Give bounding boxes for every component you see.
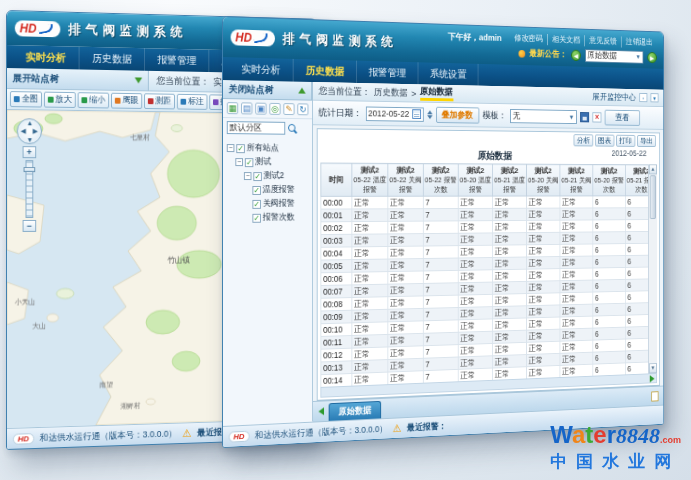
layers-icon[interactable]: ▤ bbox=[241, 102, 252, 114]
checkbox-checked-icon[interactable]: ✓ bbox=[252, 213, 260, 222]
menu-item-报警管理[interactable]: 报警管理 bbox=[357, 61, 419, 85]
menu-item-报警管理[interactable]: 报警管理 bbox=[145, 48, 209, 72]
value-cell: 正常 bbox=[388, 296, 423, 309]
zoom-slider[interactable] bbox=[26, 160, 34, 218]
view-button[interactable]: 查看 bbox=[605, 109, 640, 125]
date-stepper[interactable] bbox=[427, 110, 432, 119]
map-tool-缩小[interactable]: 缩小 bbox=[78, 92, 109, 108]
collapse-icon[interactable]: − bbox=[244, 172, 252, 180]
tree-node-label: 关阀报警 bbox=[263, 198, 295, 210]
top-link-修改密码[interactable]: 修改密码 bbox=[510, 33, 548, 45]
top-link-意见反馈[interactable]: 意见反馈 bbox=[585, 35, 622, 47]
column-header[interactable]: 测试205-20 报警次数 bbox=[593, 164, 625, 195]
tree-node-所有站点[interactable]: −✓所有站点 bbox=[225, 141, 310, 156]
scroll-down-icon[interactable]: ▼ bbox=[649, 363, 657, 373]
zoom-in-button[interactable]: + bbox=[23, 146, 37, 158]
date-label: 统计日期： bbox=[319, 106, 362, 119]
map-tool-测距[interactable]: 测距 bbox=[144, 93, 175, 109]
tree-node-温度报警[interactable]: ✓温度报警 bbox=[225, 183, 310, 197]
checkbox-checked-icon[interactable]: ✓ bbox=[245, 158, 254, 167]
vertical-scrollbar[interactable]: ▲ ▼ bbox=[648, 164, 657, 373]
time-cell: 00:05 bbox=[321, 260, 352, 273]
scrollbar-thumb[interactable] bbox=[650, 175, 656, 219]
search-icon[interactable] bbox=[288, 123, 297, 133]
map-tool-放大[interactable]: 放大 bbox=[44, 92, 76, 108]
column-header[interactable]: 测试205-22 温度报警 bbox=[352, 163, 388, 196]
tab-scroll-left-icon[interactable] bbox=[319, 407, 325, 415]
map-tool-icon bbox=[81, 97, 87, 103]
menu-item-历史数据[interactable]: 历史数据 bbox=[80, 47, 145, 71]
checkbox-checked-icon[interactable]: ✓ bbox=[252, 199, 260, 208]
column-header[interactable]: 测试205-21 关阀报警 bbox=[560, 164, 593, 196]
page-next-button[interactable]: ▶ bbox=[647, 52, 657, 63]
time-cell: 00:07 bbox=[321, 285, 352, 298]
monitor-center-toggle[interactable]: 展开监控中心 ▫ ▾ bbox=[592, 91, 658, 104]
overlay-params-button[interactable]: 叠加参数 bbox=[436, 106, 479, 123]
checkbox-checked-icon[interactable]: ✓ bbox=[236, 144, 245, 153]
partition-search-input[interactable] bbox=[227, 121, 285, 135]
locate-icon[interactable]: ◎ bbox=[269, 103, 280, 115]
checkbox-checked-icon[interactable]: ✓ bbox=[253, 172, 261, 181]
page-select[interactable]: 原始数据 ▼ bbox=[585, 49, 643, 64]
export-导出-button[interactable]: 导出 bbox=[637, 135, 656, 147]
save-template-icon[interactable] bbox=[580, 112, 589, 122]
breadcrumb-section[interactable]: 历史数据 bbox=[374, 86, 408, 99]
pan-left-icon[interactable]: ◀ bbox=[21, 127, 26, 135]
menu-item-实时分析[interactable]: 实时分析 bbox=[13, 45, 80, 69]
column-header[interactable]: 测试205-22 报警次数 bbox=[423, 164, 458, 197]
checkbox-checked-icon[interactable]: ✓ bbox=[252, 186, 260, 195]
top-link-相关文档[interactable]: 相关文档 bbox=[548, 34, 585, 46]
water8848-watermark: Water8848.com 中国水业网 bbox=[550, 423, 681, 472]
calendar-icon[interactable] bbox=[412, 109, 421, 119]
map-pan-pad[interactable]: ▲ ▼ ◀ ▶ bbox=[17, 118, 42, 144]
top-link-注销退出[interactable]: 注销退出 bbox=[622, 37, 657, 49]
tree-node-关阀报警[interactable]: ✓关阀报警 bbox=[225, 197, 310, 211]
menu-item-历史数据[interactable]: 历史数据 bbox=[294, 59, 357, 83]
pan-down-icon[interactable]: ▼ bbox=[26, 136, 33, 143]
edit-icon[interactable]: ✎ bbox=[283, 103, 294, 115]
value-cell: 正常 bbox=[560, 256, 593, 269]
refresh-icon[interactable]: ↻ bbox=[297, 103, 308, 115]
date-picker[interactable]: 2012-05-22 bbox=[365, 106, 423, 121]
map-tool-icon bbox=[14, 96, 20, 102]
site-tree-toggle[interactable]: 展开站点树 bbox=[7, 68, 149, 90]
map-tool-全图[interactable]: 全图 bbox=[10, 91, 42, 107]
menu-item-实时分析[interactable]: 实时分析 bbox=[229, 57, 294, 81]
new-tab-icon[interactable] bbox=[651, 391, 658, 401]
map-tool-鹰眼[interactable]: 鹰眼 bbox=[111, 93, 142, 109]
column-header[interactable]: 时间 bbox=[321, 163, 352, 196]
collapse-icon[interactable]: − bbox=[227, 144, 235, 152]
value-cell: 正常 bbox=[560, 280, 593, 293]
column-header[interactable]: 测试205-20 关阀报警 bbox=[527, 164, 560, 196]
menu-item-系统设置[interactable]: 系统设置 bbox=[418, 62, 478, 85]
pin-icon[interactable]: ▫ bbox=[639, 93, 647, 102]
column-header[interactable]: 测试205-22 关阀报警 bbox=[388, 163, 423, 196]
collapse-icon[interactable]: − bbox=[235, 158, 243, 166]
template-label: 模板： bbox=[482, 109, 506, 122]
template-select[interactable]: 无 ▼ bbox=[510, 109, 577, 124]
delete-template-icon[interactable]: × bbox=[592, 112, 601, 122]
zoom-out-button[interactable]: − bbox=[23, 220, 37, 232]
export-图表-button[interactable]: 图表 bbox=[595, 134, 615, 146]
zoom-slider-thumb[interactable] bbox=[24, 167, 36, 172]
map-tool-标注[interactable]: 标注 bbox=[177, 94, 208, 110]
page-prev-button[interactable]: ◀ bbox=[571, 49, 581, 60]
tree-node-测试2[interactable]: −✓测试2 bbox=[225, 169, 310, 183]
step-down-icon[interactable] bbox=[427, 115, 432, 119]
pan-up-icon[interactable]: ▲ bbox=[26, 119, 33, 126]
column-header[interactable]: 测试205-20 温度报警 bbox=[458, 164, 492, 196]
export-分析-button[interactable]: 分析 bbox=[574, 134, 594, 146]
export-打印-button[interactable]: 打印 bbox=[616, 134, 635, 146]
tree-node-报警次数[interactable]: ✓报警次数 bbox=[225, 211, 310, 225]
scroll-right-icon[interactable] bbox=[650, 375, 655, 383]
tree-node-测试[interactable]: −✓测试 bbox=[225, 155, 310, 169]
step-up-icon[interactable] bbox=[427, 110, 432, 114]
pan-right-icon[interactable]: ▶ bbox=[33, 127, 38, 135]
select-all-icon[interactable]: ▣ bbox=[255, 103, 266, 115]
site-tree-icon[interactable]: ▦ bbox=[227, 102, 238, 114]
column-header-line1: 测试2 bbox=[353, 165, 386, 176]
expand-icon[interactable]: ▾ bbox=[651, 93, 659, 102]
column-header[interactable]: 测试205-21 温度报警 bbox=[493, 164, 527, 196]
scroll-up-icon[interactable]: ▲ bbox=[649, 164, 657, 174]
site-tree-toggle[interactable]: 关闭站点树 bbox=[223, 80, 312, 101]
